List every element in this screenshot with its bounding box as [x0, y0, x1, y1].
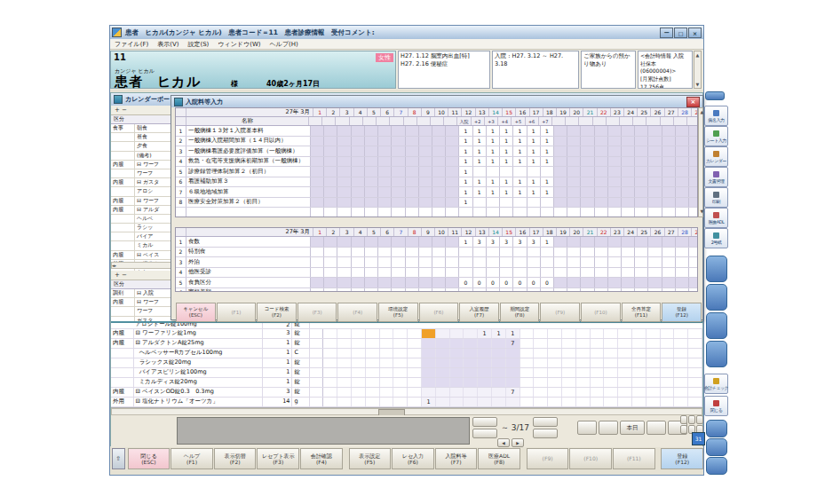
med-day-cell[interactable]: [450, 368, 464, 377]
med-day-cell[interactable]: [534, 349, 548, 358]
med-day-cell[interactable]: [366, 349, 380, 358]
med-day-cell[interactable]: [352, 329, 366, 338]
day-cell[interactable]: 0: [541, 278, 554, 287]
day-cell[interactable]: 1: [541, 177, 554, 187]
board-row[interactable]: 食事朝食: [111, 124, 171, 133]
day-cell[interactable]: [365, 177, 378, 187]
day-cell[interactable]: [662, 198, 676, 208]
day-cell[interactable]: [459, 268, 472, 278]
day-cell[interactable]: [689, 177, 698, 187]
med-day-cell[interactable]: 1: [492, 329, 506, 338]
day-cell[interactable]: [635, 288, 648, 293]
day-cell[interactable]: 1: [541, 126, 554, 136]
med-day-cell[interactable]: [618, 388, 632, 397]
day-cell[interactable]: 1: [513, 187, 527, 197]
board-row[interactable]: 内服⊟ ベイス: [111, 251, 171, 260]
day-cell[interactable]: [513, 208, 527, 217]
fkey-登録[interactable]: 登録(F12): [662, 303, 702, 322]
med-day-cell[interactable]: [534, 329, 548, 338]
day-cell[interactable]: [365, 126, 378, 136]
med-day-cell[interactable]: [323, 349, 337, 358]
family-note-box[interactable]: ご家族からの預かり物あり: [581, 51, 636, 89]
day-cell[interactable]: 1: [500, 187, 513, 197]
day-cell[interactable]: [608, 248, 622, 257]
med-day-cell[interactable]: [618, 378, 632, 387]
fkey-キャンセル[interactable]: キャンセル(ESC): [176, 303, 216, 322]
day-cell[interactable]: [554, 177, 567, 187]
day-cell[interactable]: [378, 208, 392, 217]
med-day-cell[interactable]: [506, 358, 520, 367]
date-step-up-button[interactable]: [472, 417, 497, 427]
day-cell[interactable]: [676, 146, 689, 156]
day-cell[interactable]: [635, 187, 648, 197]
day-cell[interactable]: [622, 198, 635, 208]
day-cell[interactable]: [311, 187, 324, 197]
day-cell[interactable]: [406, 237, 419, 247]
day-cell[interactable]: [459, 288, 472, 293]
day-cell[interactable]: 1: [487, 126, 500, 136]
day-cell[interactable]: [432, 157, 446, 167]
med-day-cell[interactable]: [604, 388, 618, 397]
day-cell[interactable]: [662, 137, 676, 146]
med-day-cell[interactable]: [576, 339, 591, 348]
day-cell[interactable]: [676, 248, 689, 257]
day-cell[interactable]: [311, 198, 324, 208]
meal-row-name[interactable]: 特別食: [186, 248, 311, 257]
board-row[interactable]: 内服⊟ ワーフ: [111, 161, 171, 169]
hospitalization-box[interactable]: 入院：H27. 3.12 ～ H27. 3.18: [492, 51, 579, 89]
day-cell[interactable]: [337, 137, 351, 146]
rail-scroll-tab[interactable]: [706, 420, 727, 437]
patient-info-scrollbar[interactable]: ▲ ▼: [694, 51, 702, 89]
rail-scroll-tab[interactable]: [706, 438, 727, 456]
day-cell[interactable]: 1: [487, 157, 500, 167]
board-row[interactable]: ミカル: [111, 241, 171, 250]
med-day-cell[interactable]: [591, 349, 605, 358]
day-cell[interactable]: [567, 146, 581, 156]
med-day-cell[interactable]: [674, 339, 688, 348]
day-cell[interactable]: 0: [500, 278, 513, 287]
med-day-cell[interactable]: [674, 388, 688, 397]
med-day-cell[interactable]: [464, 388, 478, 397]
day-cell[interactable]: [662, 157, 676, 167]
day-cell[interactable]: [311, 288, 324, 293]
mini-button[interactable]: [696, 415, 703, 424]
scroll-up-icon[interactable]: ▲: [694, 51, 701, 59]
day-cell[interactable]: [595, 137, 608, 146]
med-day-cell[interactable]: [646, 358, 661, 367]
fee-row-name[interactable]: 救急・在宅等支援病床初期加算（一般病棟）: [186, 157, 311, 167]
day-cell[interactable]: [527, 167, 541, 177]
day-cell[interactable]: [622, 137, 635, 146]
day-cell[interactable]: [554, 278, 567, 287]
menu-item[interactable]: 設定(S): [187, 40, 209, 49]
fee-row-name[interactable]: 診療録管理体制加算２（初日）: [186, 167, 311, 177]
med-day-cell[interactable]: [661, 329, 675, 338]
day-cell[interactable]: [365, 237, 378, 247]
med-day-cell[interactable]: [366, 398, 380, 406]
day-cell[interactable]: [567, 157, 581, 167]
day-cell[interactable]: [352, 167, 365, 177]
day-cell[interactable]: [378, 198, 392, 208]
day-cell[interactable]: 1: [500, 137, 513, 146]
rail-scroll-tab[interactable]: [706, 341, 727, 367]
med-day-cell[interactable]: [604, 378, 618, 387]
med-day-cell[interactable]: [520, 329, 535, 338]
day-cell[interactable]: [473, 167, 487, 177]
med-day-cell[interactable]: [591, 368, 605, 377]
board-toolbar-2[interactable]: + −: [111, 271, 171, 280]
day-cell[interactable]: 1: [473, 157, 487, 167]
day-cell[interactable]: 1: [541, 146, 554, 156]
med-day-cell[interactable]: [366, 329, 380, 338]
day-cell[interactable]: [365, 198, 378, 208]
day-cell[interactable]: 1: [513, 126, 527, 136]
day-cell[interactable]: [648, 257, 662, 267]
med-day-cell[interactable]: [408, 398, 422, 406]
day-cell[interactable]: [432, 257, 446, 267]
day-cell[interactable]: [337, 237, 351, 247]
med-day-cell[interactable]: [576, 329, 591, 338]
close-icon[interactable]: ×: [686, 97, 700, 107]
med-day-cell[interactable]: [604, 358, 618, 367]
menu-item[interactable]: ファイル(F): [115, 40, 148, 49]
med-day-cell[interactable]: [646, 388, 661, 397]
day-cell[interactable]: [419, 278, 432, 287]
day-cell[interactable]: [595, 187, 608, 197]
